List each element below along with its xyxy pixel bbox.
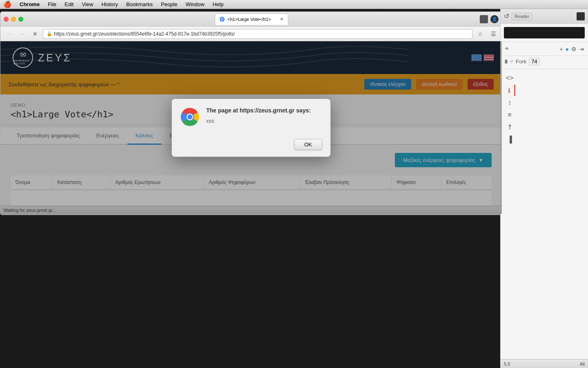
alert-overlay: The page at https://zeus.grnet.gr says: …	[0, 41, 502, 215]
traffic-lights	[4, 17, 23, 22]
browser-titlebar: <h1>Large Vote</h1> ✕ 👤	[0, 12, 502, 27]
maximize-window-btn[interactable]	[18, 17, 23, 22]
back-button[interactable]: ←	[4, 29, 14, 38]
svg-point-6	[187, 114, 192, 119]
menu-history[interactable]: History	[100, 1, 119, 7]
active-tab[interactable]: <h1>Large Vote</h1> ✕	[215, 13, 288, 25]
upload-icon[interactable]: ⤒	[504, 121, 515, 133]
close-window-btn[interactable]	[4, 17, 9, 22]
sidebar-search-box[interactable]	[504, 27, 585, 38]
chart-icon[interactable]: ▐	[504, 134, 515, 145]
apple-menu[interactable]: 🍎	[3, 0, 11, 8]
sidebar-toolbar: ↺ Reader	[501, 9, 588, 24]
zeus-app: ✉ ΨΗΦΙΑΚΗ ΚΑΛΠΗ ΖΕΥΣ Συνδεθήκατε ως διαχ…	[0, 41, 502, 215]
menu-people[interactable]: People	[159, 1, 179, 7]
alert-content: The page at https://zeus.grnet.gr says: …	[172, 99, 330, 135]
address-bar[interactable]: 🔒 https://zeus.grnet.gr/zeus/elections/8…	[43, 29, 472, 39]
menu-chrome[interactable]: Chrome	[18, 1, 41, 7]
list-icon[interactable]: ≡	[504, 109, 515, 121]
tab-close-btn[interactable]: ✕	[280, 16, 284, 22]
sidebar-bottom-status: 5,5 All	[501, 359, 588, 368]
sidebar-divider-2	[501, 69, 588, 69]
reload-button[interactable]: ✕	[30, 29, 40, 38]
bookmark-star-btn[interactable]: ☆	[475, 29, 486, 38]
menu-window[interactable]: Window	[184, 1, 206, 7]
chrome-logo-icon	[180, 107, 200, 127]
alert-title: The page at https://zeus.grnet.gr says:	[206, 107, 322, 114]
sidebar-actions: <> ℹ ↕ ≡ ⤒ ▐	[501, 71, 588, 147]
alert-buttons: OK	[172, 135, 330, 157]
user-avatar[interactable]: 👤	[490, 15, 499, 23]
tab-title: <h1>Large Vote</h1>	[227, 17, 277, 22]
menu-view[interactable]: View	[80, 1, 95, 7]
code-icon[interactable]: <>	[504, 72, 515, 84]
sidebar-tool-plus[interactable]: +	[559, 46, 563, 52]
sidebar-tool-share[interactable]: ⇥	[579, 46, 584, 52]
info-icon[interactable]: ℹ	[504, 85, 515, 96]
svg-point-2	[221, 18, 223, 20]
ssl-lock-icon: 🔒	[47, 31, 52, 36]
sidebar-refresh-icon[interactable]: ↺	[504, 12, 509, 20]
minimize-window-btn[interactable]	[11, 17, 16, 22]
tab-favicon	[219, 16, 225, 22]
alert-message: xss	[206, 118, 322, 124]
mac-menubar: 🍎 Chrome File Edit View History Bookmark…	[0, 0, 588, 9]
alert-text-area: The page at https://zeus.grnet.gr says: …	[206, 107, 322, 124]
sidebar-add-row: + + ● ⚙ ⇥	[501, 42, 588, 56]
browser-window: <h1>Large Vote</h1> ✕ 👤 ← → ✕ 🔒 https://…	[0, 11, 502, 215]
menu-help[interactable]: Help	[211, 1, 225, 7]
expand-icon[interactable]: ↕	[504, 97, 515, 108]
url-text: https://zeus.grnet.gr/zeus/elections/855…	[54, 31, 235, 37]
edit-mode: All	[580, 361, 585, 366]
sidebar-fork-row: 8 ⑂ Fork 74	[501, 56, 588, 67]
alert-ok-button[interactable]: OK	[294, 139, 322, 150]
sidebar-tool-circle[interactable]: ●	[566, 46, 569, 52]
browser-toolbar: ← → ✕ 🔒 https://zeus.grnet.gr/zeus/elect…	[0, 27, 502, 41]
sidebar-user-icon	[577, 12, 585, 20]
reader-button[interactable]: Reader	[512, 13, 532, 20]
star-count: 8	[505, 58, 508, 65]
alert-dialog: The page at https://zeus.grnet.gr says: …	[172, 99, 331, 157]
add-icon[interactable]: +	[505, 45, 509, 53]
menu-btn[interactable]: ☰	[488, 29, 499, 38]
sidebar-tool-gear[interactable]: ⚙	[571, 46, 577, 52]
fork-count: 74	[529, 58, 539, 65]
menu-file[interactable]: File	[46, 1, 58, 7]
forward-button[interactable]: →	[17, 29, 27, 38]
menu-bookmarks[interactable]: Bookmarks	[125, 1, 154, 7]
menu-edit[interactable]: Edit	[63, 1, 75, 7]
fork-icon: ⑂	[510, 58, 513, 65]
right-sidebar: ↺ Reader + + ● ⚙ ⇥ 8 ⑂ Fork 74 <> ℹ ↕ ≡ …	[500, 9, 588, 368]
profile-icon	[480, 15, 488, 23]
fork-label: Fork	[516, 58, 526, 65]
cursor-position: 5,5	[504, 361, 510, 366]
